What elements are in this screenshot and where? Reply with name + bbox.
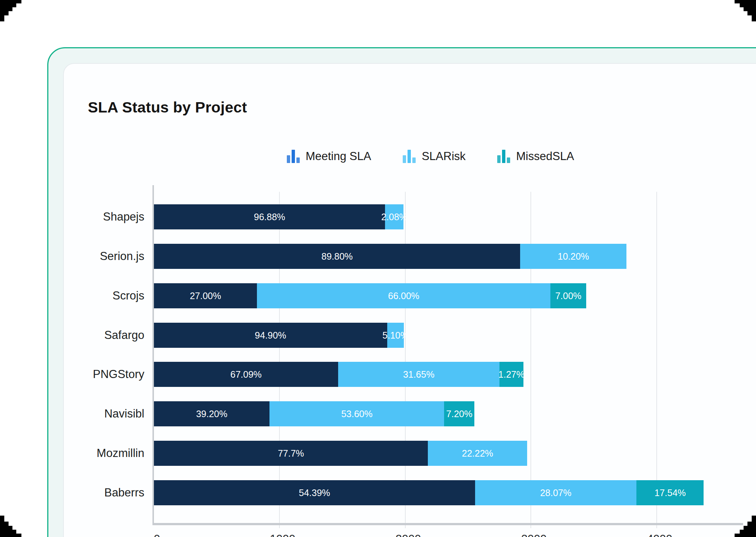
bar-chart-icon-bar [296,157,300,163]
stacked-bar: 96.88%2.08% [154,204,707,229]
category-label: Navisibl [61,407,144,420]
bar-row-shapejs: Shapejs96.88%2.08% [154,197,707,237]
stacked-bar: 94.90%5.10% [154,323,707,348]
dashboard-page: SLA Status by Project Meeting SLASLARisk… [0,0,756,537]
x-tick-label: 1000 [270,533,295,537]
corner-decoration-bottom-left [0,516,21,537]
bar-value-label: 96.88% [254,212,285,222]
bar-segment-missedsla[interactable]: 7.20% [444,401,474,426]
x-axis-ticks: 01000200030004000 [154,533,707,537]
bar-chart-icon [497,150,510,163]
bar-value-label: 22.22% [462,448,493,458]
bar-segment-meeting-sla[interactable]: 96.88% [154,204,385,229]
bar-segment-missedsla[interactable]: 17.54% [636,480,704,505]
bar-segment-slarisk[interactable]: 66.00% [257,283,550,308]
bar-value-label: 39.20% [196,409,227,419]
bar-chart-icon-bar [292,150,295,163]
bar-value-label: 7.20% [446,409,472,419]
bar-row-mozmillin: Mozmillin77.7%22.22% [154,434,707,473]
bar-value-label: 5.10% [382,330,409,340]
bar-value-label: 66.00% [388,290,419,301]
bar-value-label: 7.00% [555,290,581,301]
bar-row-serion-js: Serion.js89.80%10.20% [154,237,707,276]
bar-segment-meeting-sla[interactable]: 54.39% [154,480,475,505]
x-tick-label: 3000 [521,533,547,537]
bar-segment-missedsla[interactable]: 7.00% [550,283,586,308]
bar-segment-meeting-sla[interactable]: 94.90% [154,323,387,348]
x-tick-label: 2000 [395,533,421,537]
bar-segment-meeting-sla[interactable]: 27.00% [154,283,257,308]
x-tick-label: 4000 [647,533,672,537]
bar-value-label: 28.07% [540,487,571,498]
category-label: Baberrs [61,486,144,499]
bar-segment-meeting-sla[interactable]: 67.09% [154,362,338,387]
bar-segment-meeting-sla[interactable]: 89.80% [154,244,520,269]
bar-segment-missedsla[interactable]: 1.27% [499,362,523,387]
bar-chart-icon [403,150,416,163]
legend-label: Meeting SLA [306,150,371,163]
category-label: Serion.js [61,250,144,263]
bar-segment-slarisk[interactable]: 5.10% [387,323,404,348]
bar-row-navisibl: Navisibl39.20%53.60%7.20% [154,394,707,434]
category-label: PNGStory [61,368,144,381]
legend-item-meeting-sla[interactable]: Meeting SLA [287,150,371,163]
stacked-bar: 54.39%28.07%17.54% [154,480,707,505]
stacked-bar: 77.7%22.22% [154,441,707,466]
stacked-bar: 27.00%66.00%7.00% [154,283,707,308]
bar-value-label: 17.54% [654,487,686,498]
bar-value-label: 1.27% [498,369,525,380]
bar-value-label: 53.60% [341,409,372,419]
legend-item-missedsla[interactable]: MissedSLA [497,150,574,163]
plot-area: Shapejs96.88%2.08%Serion.js89.80%10.20%S… [154,192,707,523]
category-label: Mozmillin [61,447,144,460]
bar-value-label: 67.09% [230,369,262,380]
category-label: Shapejs [61,210,144,224]
corner-decoration-top-left [0,0,21,21]
bar-value-label: 10.20% [558,251,589,262]
bar-chart-icon-bar [497,155,501,163]
bar-segment-meeting-sla[interactable]: 39.20% [154,401,269,426]
bar-value-label: 2.08% [381,212,408,222]
stacked-bar: 89.80%10.20% [154,244,707,269]
bar-segment-meeting-sla[interactable]: 77.7% [154,441,428,466]
stacked-bar: 39.20%53.60%7.20% [154,401,707,426]
bar-chart-icon-bar [403,155,406,163]
bar-chart-icon-bar [502,150,505,163]
category-label: Safargo [61,329,144,342]
bar-segment-slarisk[interactable]: 53.60% [269,401,444,426]
corner-decoration-top-right [735,0,756,21]
x-axis-line [152,523,743,525]
bar-chart-icon-bar [412,157,416,163]
bar-row-pngstory: PNGStory67.09%31.65%1.27% [154,355,707,394]
bar-segment-slarisk[interactable]: 22.22% [428,441,527,466]
legend-item-slarisk[interactable]: SLARisk [403,150,465,163]
bar-value-label: 54.39% [299,487,330,498]
x-tick-label: 0 [154,533,160,537]
bar-rows: Shapejs96.88%2.08%Serion.js89.80%10.20%S… [154,197,707,512]
bar-segment-slarisk[interactable]: 28.07% [475,480,636,505]
bar-value-label: 89.80% [322,251,353,262]
bar-row-baberrs: Baberrs54.39%28.07%17.54% [154,473,707,512]
bar-segment-slarisk[interactable]: 10.20% [520,244,626,269]
bar-chart-icon-bar [507,157,510,163]
bar-chart-icon [287,150,300,163]
chart-legend: Meeting SLASLARiskMissedSLA [154,147,707,166]
category-label: Scrojs [61,289,144,302]
bar-row-safargo: Safargo94.90%5.10% [154,315,707,355]
bar-value-label: 31.65% [403,369,434,380]
bar-row-scrojs: Scrojs27.00%66.00%7.00% [154,276,707,316]
stacked-bar: 67.09%31.65%1.27% [154,362,707,387]
bar-value-label: 27.00% [190,290,221,301]
bar-value-label: 77.7% [278,448,304,458]
bar-segment-slarisk[interactable]: 2.08% [385,204,403,229]
bar-value-label: 94.90% [255,330,286,340]
chart-title: SLA Status by Project [88,99,247,116]
legend-label: SLARisk [422,150,465,163]
bar-segment-slarisk[interactable]: 31.65% [338,362,499,387]
bar-chart-icon-bar [408,150,411,163]
bar-chart-icon-bar [287,155,290,163]
legend-label: MissedSLA [516,150,574,163]
